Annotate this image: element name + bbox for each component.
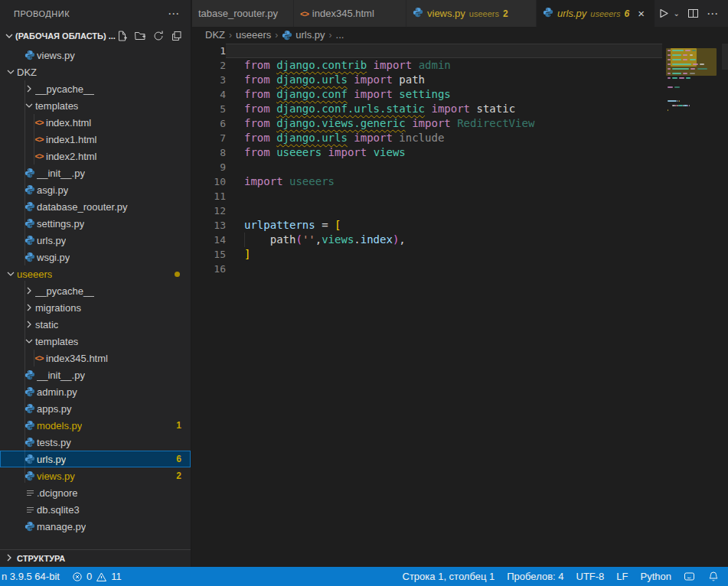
notifications-bell-icon[interactable] [708,571,719,582]
tree-item-database-roouter-py[interactable]: database_roouter.py [0,198,191,215]
tree-item-index-html[interactable]: <>index.html [0,114,191,131]
code-line-content[interactable] [226,262,662,276]
tree-item-static[interactable]: static [0,316,191,333]
feedback-icon[interactable] [684,571,696,582]
breadcrumb-item-dkz[interactable]: DKZ [205,29,225,41]
explorer-more-icon[interactable]: ⋯ [168,7,180,21]
code-line-15[interactable]: 15] [192,247,662,262]
tree-item-templates[interactable]: templates [0,333,191,350]
code-line-content[interactable]: import useeers [226,174,662,189]
tree-item-settings-py[interactable]: settings.py [0,215,191,232]
run-button[interactable] [658,8,669,19]
tree-item--dcignore[interactable]: .dcignore [0,484,191,501]
eol-status[interactable]: LF [616,571,628,582]
code-line-6[interactable]: 6from django.views.generic import Redire… [192,116,662,131]
breadcrumb-item-useeers[interactable]: useeers [236,29,271,41]
tree-item-models-py[interactable]: models.py1 [0,417,191,434]
code-token: django.urls [276,132,348,144]
code-line-2[interactable]: 2from django.contrib import admin [192,58,662,73]
code-line-9[interactable]: 9 [192,160,662,174]
code-line-1[interactable]: 1 [192,44,662,58]
tree-item-tests-py[interactable]: tests.py [0,434,191,451]
tree-item-index2-html[interactable]: <>index2.html [0,148,191,164]
code-token: from [244,117,276,129]
code-line-8[interactable]: 8from useeers import views [192,145,662,160]
tree-item-urls-py[interactable]: urls.py [0,232,191,249]
code-line-4[interactable]: 4from django.conf import settings [192,87,662,102]
line-number: 7 [192,131,226,145]
close-icon[interactable]: × [638,7,645,20]
code-line-16[interactable]: 16 [192,262,662,276]
minimap[interactable] [666,44,726,166]
refresh-icon[interactable] [152,30,165,42]
editor-scrollbar[interactable] [722,44,728,70]
code-line-7[interactable]: 7from django.urls import include [192,131,662,145]
tab-index345-html[interactable]: <>index345.html [294,0,406,27]
code-line-content[interactable] [226,189,662,203]
code-line-content[interactable] [226,203,662,218]
code-line-content[interactable]: from useeers import views [226,145,662,160]
python-interpreter-status[interactable]: n 3.9.5 64-bit [2,571,60,582]
code-line-11[interactable]: 11 [192,189,662,203]
tree-item-apps-py[interactable]: apps.py [0,400,191,417]
tree-item-index345-html[interactable]: <>index345.html [0,350,191,366]
code-line-content[interactable]: from django.conf import settings [226,87,662,102]
tree-item-admin-py[interactable]: admin.py [0,383,191,400]
tab-urls-py[interactable]: urls.pyuseeers6× [537,0,655,27]
breadcrumb-item-urls-py[interactable]: urls.py [282,29,325,41]
split-editor-button[interactable] [687,8,699,19]
code-line-content[interactable]: from django.conf.urls.static import stat… [226,102,662,116]
code-token: index [361,233,393,246]
code-line-content[interactable]: from django.views.generic import Redirec… [226,116,662,131]
new-file-icon[interactable] [116,30,128,42]
code-line-content[interactable] [226,160,662,174]
tree-item-useeers[interactable]: useeers [0,265,191,282]
code-line-content[interactable]: ] [226,247,662,262]
tree-item--init-py[interactable]: __init__.py [0,164,191,181]
tree-item-index1-html[interactable]: <>index1.html [0,131,191,148]
indentation-status[interactable]: Пробелов: 4 [507,571,563,582]
run-dropdown[interactable]: ⌄ [674,9,680,18]
code-line-5[interactable]: 5from django.conf.urls.static import sta… [192,102,662,116]
code-line-content[interactable]: urlpatterns = [ [226,218,662,233]
tree-item-templates[interactable]: templates [0,97,191,114]
tree-item--pycache-[interactable]: __pycache__ [0,80,191,97]
problems-status[interactable]: 0 11 [72,571,122,582]
tree-item-dkz[interactable]: DKZ [0,63,191,80]
language-mode-status[interactable]: Python [641,571,671,582]
more-actions-button[interactable]: ⋯ [707,7,719,21]
tree-item-views-py[interactable]: views.py2 [0,467,191,484]
code-token: ] [244,248,250,260]
tab-views-py[interactable]: views.pyuseeers2 [406,0,537,27]
code-line-12[interactable]: 12 [192,203,662,218]
tree-item--init-py[interactable]: __init__.py [0,366,191,383]
minimap-line [693,63,698,65]
code-line-14[interactable]: 14 path('',views.index), [192,233,662,247]
code-line-3[interactable]: 3from django.urls import path [192,73,662,87]
code-line-content[interactable]: path('',views.index), [226,233,662,247]
cursor-position-status[interactable]: Строка 1, столбец 1 [403,571,495,582]
tree-item-db-sqlite3[interactable]: db.sqlite3 [0,501,191,518]
code-line-content[interactable]: from django.urls import path [226,73,662,87]
tree-item-asgi-py[interactable]: asgi.py [0,181,191,198]
encoding-status[interactable]: UTF-8 [576,571,605,582]
outline-section-header[interactable]: СТРУКТУРА [0,549,191,567]
code-line-10[interactable]: 10import useeers [192,174,662,189]
code-editor[interactable]: 12from django.contrib import admin3from … [192,44,662,567]
tree-item-manage-py[interactable]: manage.py [0,518,191,535]
workspace-section-header[interactable]: (РАБОЧАЯ ОБЛАСТЬ) ... [0,27,191,45]
new-folder-icon[interactable] [134,30,146,42]
tree-item-views-py[interactable]: views.py [0,47,191,63]
tree-item--pycache-[interactable]: __pycache__ [0,282,191,299]
tree-item-migrations[interactable]: migrations [0,299,191,316]
tree-item-urls-py[interactable]: urls.py6 [0,451,191,467]
code-line-13[interactable]: 13urlpatterns = [ [192,218,662,233]
code-line-content[interactable]: from django.urls import include [226,131,662,145]
code-line-content[interactable]: from django.contrib import admin [226,58,662,73]
tree-item-wsgi-py[interactable]: wsgi.py [0,249,191,265]
tab-tabase-roouter-py[interactable]: tabase_roouter.py [192,0,294,27]
collapse-all-icon[interactable] [171,30,183,42]
code-line-content[interactable] [226,44,662,58]
breadcrumb-item--[interactable]: ... [336,29,344,41]
tree-item-label: __init__.py [37,168,85,179]
